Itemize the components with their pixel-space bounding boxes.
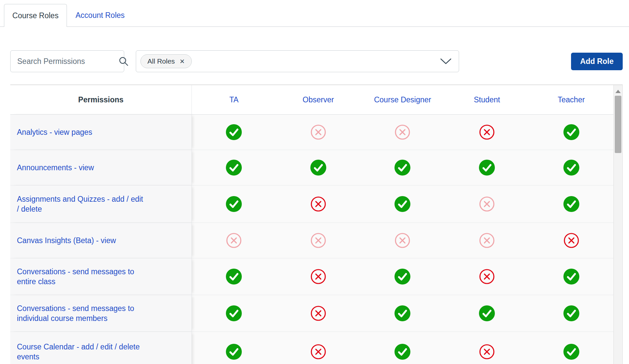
add-role-button[interactable]: Add Role (571, 53, 623, 70)
check-circle-icon[interactable] (479, 305, 495, 321)
x-circle-icon[interactable] (479, 233, 495, 248)
search-icon[interactable] (119, 56, 129, 66)
permission-state-cell (192, 223, 276, 258)
x-circle-icon[interactable] (479, 344, 495, 359)
remove-chip-icon[interactable]: ✕ (180, 58, 185, 65)
check-circle-icon[interactable] (563, 269, 579, 285)
permission-state-cell (445, 258, 529, 295)
check-circle-icon[interactable] (394, 305, 410, 321)
table-scrollbar[interactable] (613, 85, 623, 364)
check-circle-icon[interactable] (563, 344, 579, 360)
role-column-header-course-designer: Course Designer (360, 85, 445, 114)
permission-state-cell (529, 223, 613, 258)
table-header-row: Permissions TAObserverCourse DesignerStu… (10, 85, 613, 115)
permission-state-cell (529, 332, 613, 364)
x-circle-icon[interactable] (226, 233, 241, 248)
permission-state-cell (360, 150, 445, 185)
chevron-down-icon (440, 58, 451, 65)
permission-state-cell (360, 332, 445, 364)
permissions-table: Permissions TAObserverCourse DesignerStu… (10, 85, 613, 364)
permission-state-cell (529, 258, 613, 295)
role-column-header-ta: TA (192, 85, 276, 114)
permission-link[interactable]: Announcements - view (17, 163, 94, 173)
role-column-header-observer: Observer (276, 85, 361, 114)
check-circle-icon[interactable] (394, 160, 410, 176)
scrollbar-thumb[interactable] (615, 96, 621, 153)
permission-state-cell (192, 150, 276, 185)
permission-state-cell (529, 150, 613, 185)
check-circle-icon[interactable] (563, 160, 579, 176)
x-circle-icon[interactable] (395, 233, 410, 248)
all-roles-chip[interactable]: All Roles ✕ (140, 54, 192, 68)
x-circle-icon[interactable] (479, 196, 495, 212)
permission-name-cell: Announcements - view (10, 150, 192, 185)
permission-state-cell (192, 295, 276, 332)
tab-account-roles[interactable]: Account Roles (76, 4, 125, 27)
permissions-column-header: Permissions (10, 85, 192, 114)
x-circle-icon[interactable] (564, 233, 579, 248)
table-row: Conversations - send messages to individ… (10, 295, 613, 332)
x-circle-icon[interactable] (311, 306, 326, 321)
check-circle-icon[interactable] (226, 305, 242, 321)
permission-state-cell (276, 223, 361, 258)
check-circle-icon[interactable] (563, 196, 579, 212)
check-circle-icon[interactable] (226, 269, 242, 285)
permission-state-cell (360, 295, 445, 332)
role-filter-select[interactable]: All Roles ✕ (136, 50, 459, 72)
table-body: Analytics - view pages Announcements - v… (10, 115, 613, 364)
x-circle-icon[interactable] (311, 233, 326, 248)
role-header-link[interactable]: Observer (303, 95, 334, 104)
permission-name-cell: Conversations - send messages to entire … (10, 258, 192, 295)
permission-name-cell: Conversations - send messages to individ… (10, 295, 192, 332)
permission-name-cell: Assignments and Quizzes - add / edit / d… (10, 185, 192, 223)
x-circle-icon[interactable] (479, 269, 495, 284)
permission-state-cell (360, 115, 445, 150)
x-circle-icon[interactable] (311, 269, 326, 284)
role-header-link[interactable]: Course Designer (374, 95, 431, 104)
x-circle-icon[interactable] (479, 125, 495, 140)
tab-course-roles[interactable]: Course Roles (4, 4, 67, 27)
check-circle-icon[interactable] (226, 124, 242, 140)
check-circle-icon[interactable] (394, 344, 410, 360)
check-circle-icon[interactable] (310, 160, 326, 176)
permission-link[interactable]: Conversations - send messages to entire … (17, 267, 144, 286)
permission-state-cell (445, 115, 529, 150)
permissions-page: Course Roles Account Roles All Roles ✕ A… (0, 0, 629, 364)
permission-link[interactable]: Analytics - view pages (17, 127, 92, 137)
permission-state-cell (192, 258, 276, 295)
search-input[interactable] (11, 57, 119, 66)
up-arrow-icon[interactable] (615, 90, 621, 93)
role-column-header-student: Student (445, 85, 529, 114)
x-circle-icon[interactable] (395, 125, 410, 140)
permission-state-cell (192, 115, 276, 150)
permission-name-cell: Canvas Insights (Beta) - view (10, 223, 192, 258)
role-header-link[interactable]: Teacher (558, 95, 585, 104)
permission-name-cell: Analytics - view pages (10, 115, 192, 150)
tab-account-roles-label: Account Roles (76, 11, 125, 20)
x-circle-icon[interactable] (311, 344, 326, 359)
permission-state-cell (529, 115, 613, 150)
check-circle-icon[interactable] (563, 124, 579, 140)
permission-link[interactable]: Conversations - send messages to individ… (17, 303, 144, 323)
permission-link[interactable]: Course Calendar - add / edit / delete ev… (17, 342, 144, 362)
permission-state-cell (192, 332, 276, 364)
check-circle-icon[interactable] (563, 305, 579, 321)
role-header-link[interactable]: TA (229, 95, 238, 104)
tab-course-roles-label: Course Roles (12, 11, 58, 20)
table-row: Course Calendar - add / edit / delete ev… (10, 332, 613, 364)
check-circle-icon[interactable] (394, 196, 410, 212)
role-header-link[interactable]: Student (474, 95, 500, 104)
check-circle-icon[interactable] (226, 344, 242, 360)
permission-state-cell (360, 223, 445, 258)
all-roles-chip-label: All Roles (147, 57, 175, 65)
check-circle-icon[interactable] (226, 160, 242, 176)
check-circle-icon[interactable] (226, 196, 242, 212)
x-circle-icon[interactable] (311, 125, 326, 140)
search-permissions-box (10, 50, 124, 72)
permission-state-cell (445, 332, 529, 364)
check-circle-icon[interactable] (479, 160, 495, 176)
check-circle-icon[interactable] (394, 269, 410, 285)
permission-link[interactable]: Assignments and Quizzes - add / edit / d… (17, 194, 144, 214)
x-circle-icon[interactable] (311, 196, 326, 212)
permission-link[interactable]: Canvas Insights (Beta) - view (17, 235, 116, 245)
